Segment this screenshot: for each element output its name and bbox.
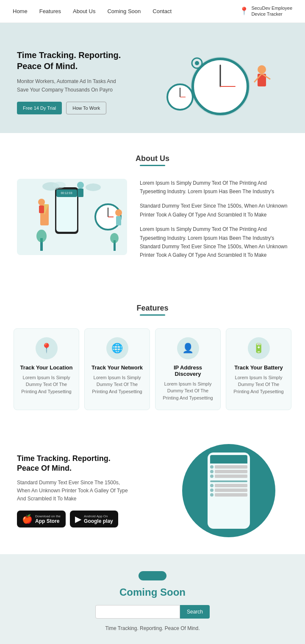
feature-desc-2: Lorem Ipsum Is Simply Dummy Text Of The …	[161, 380, 214, 402]
google-play-name: Google play	[84, 518, 113, 524]
about-para-1: Lorem Ipsum Is Simply Dummy Text Of The …	[140, 179, 288, 196]
apple-icon: 🍎	[22, 514, 33, 524]
feature-card-1: 🌐 Track Your Network Lorem Ipsum Is Simp…	[84, 328, 150, 411]
app-buttons: 🍎 Download on the App Store ▶ Android Ap…	[17, 511, 131, 527]
nav-home[interactable]: Home	[13, 8, 28, 14]
features-grid: 📍 Track Your Location Lorem Ipsum Is Sim…	[8, 328, 297, 411]
feature-icon-1: 🌐	[106, 337, 128, 359]
svg-point-18	[195, 61, 199, 65]
app-desc: Standard Dummy Text Ever Since The 1500s…	[17, 479, 131, 503]
coming-soon-title: Coming Soon	[8, 586, 297, 598]
trial-button[interactable]: Free 14 Dy Trial	[17, 102, 62, 114]
hero-subtitle: Monitor Workers, Automate Ad In Tasks An…	[17, 78, 127, 94]
hero-illustration	[152, 44, 288, 120]
svg-point-13	[258, 65, 266, 74]
app-store-text: Download on the App Store	[35, 514, 61, 524]
svg-rect-41	[116, 216, 121, 225]
about-image: 00:12:03	[17, 179, 127, 256]
coming-soon-badge	[139, 571, 167, 580]
nav-brand: 📍 SecuDev EmployeeDevice Tracker	[239, 5, 292, 17]
feature-card-0: 📍 Track Your Location Lorem Ipsum Is Sim…	[14, 328, 79, 411]
feature-icon-3: 🔋	[248, 337, 270, 359]
svg-point-28	[38, 199, 45, 205]
hero-title: Time Tracking. Reporting. Peace Of Mind.	[17, 50, 127, 72]
feature-icon-0: 📍	[36, 337, 58, 359]
feature-title-1: Track Your Network	[91, 364, 144, 371]
coming-soon-search: Search	[8, 605, 297, 619]
feature-desc-0: Lorem Ipsum Is Simply Dummy Text Of The …	[20, 374, 73, 395]
phone-mockup	[208, 452, 250, 529]
about-underline	[140, 165, 165, 166]
coming-soon-input[interactable]	[95, 605, 180, 619]
feature-card-2: 👤 IP Address Discovery Lorem Ipsum Is Si…	[155, 328, 221, 411]
svg-text:00:12:03: 00:12:03	[61, 192, 72, 194]
svg-point-39	[110, 233, 119, 243]
about-svg: 00:12:03	[17, 179, 127, 255]
svg-point-35	[86, 183, 101, 191]
app-circle	[182, 444, 275, 537]
google-play-button[interactable]: ▶ Android App On Google play	[70, 511, 118, 527]
nav-about[interactable]: About Us	[73, 8, 95, 14]
hero-section: Time Tracking. Reporting. Peace Of Mind.…	[0, 23, 305, 133]
feature-card-3: 🔋 Track Your Battery Lorem Ipsum Is Simp…	[226, 328, 291, 411]
svg-point-34	[53, 182, 66, 189]
app-image	[169, 444, 288, 537]
nav-features[interactable]: Features	[39, 8, 61, 14]
about-para-2: Standard Dummy Text Ever Since The 1500s…	[140, 202, 288, 219]
features-underline	[140, 314, 165, 316]
about-text: Lorem Ipsum Is Simply Dummy Text Of The …	[140, 179, 288, 266]
navbar: Home Features About Us Coming Soon Conta…	[0, 0, 305, 23]
svg-rect-27	[78, 189, 83, 197]
feature-title-2: IP Address Discovery	[161, 364, 214, 377]
how-to-work-button[interactable]: How To Work	[66, 102, 106, 114]
feature-title-3: Track Your Battery	[232, 364, 285, 371]
svg-point-40	[115, 209, 122, 216]
feature-desc-3: Lorem Ipsum Is Simply Dummy Text Of The …	[232, 374, 285, 395]
hero-text: Time Tracking. Reporting. Peace Of Mind.…	[17, 50, 127, 114]
app-section: Time Tracking. Reporting. Peace Of Mind.…	[0, 427, 305, 554]
about-title: About Us	[17, 137, 288, 163]
brand-icon: 📍	[239, 6, 249, 16]
phone-header	[210, 455, 247, 464]
app-title: Time Tracking. Reporting. Peace Of Mind.	[17, 454, 131, 474]
feature-icon-2: 👤	[177, 337, 199, 359]
nav-coming-soon[interactable]: Coming Soon	[107, 8, 141, 14]
app-store-sub: Download on the	[35, 514, 61, 518]
about-para-3: Lorem Ipsum Is Simply Dummy Text Of The …	[140, 225, 288, 260]
search-button[interactable]: Search	[180, 605, 210, 619]
features-title: Features	[8, 287, 297, 313]
app-store-button[interactable]: 🍎 Download on the App Store	[17, 511, 66, 527]
feature-desc-1: Lorem Ipsum Is Simply Dummy Text Of The …	[91, 374, 144, 395]
app-store-name: App Store	[35, 518, 61, 524]
svg-point-37	[36, 230, 47, 242]
svg-point-26	[77, 182, 84, 189]
coming-soon-subtitle: Time Tracking. Reporting. Peace Of Mind.	[8, 625, 297, 631]
feature-title-0: Track Your Location	[20, 364, 73, 371]
about-section: About Us 00:12:03	[0, 133, 305, 283]
google-play-text: Android App On Google play	[84, 514, 113, 524]
hero-buttons: Free 14 Dy Trial How To Work	[17, 102, 127, 114]
brand-name: SecuDev EmployeeDevice Tracker	[251, 5, 292, 17]
google-play-icon: ▶	[75, 514, 81, 524]
features-section: Features 📍 Track Your Location Lorem Ips…	[0, 283, 305, 427]
phone-screen	[208, 452, 250, 529]
about-inner: 00:12:03	[17, 179, 288, 266]
app-text: Time Tracking. Reporting. Peace Of Mind.…	[17, 454, 131, 527]
nav-links: Home Features About Us Coming Soon Conta…	[13, 8, 172, 14]
coming-soon-section: Coming Soon Search Time Tracking. Report…	[0, 554, 305, 644]
svg-rect-29	[39, 205, 44, 213]
hero-svg	[157, 46, 284, 118]
nav-contact[interactable]: Contact	[152, 8, 172, 14]
google-play-sub: Android App On	[84, 514, 113, 518]
